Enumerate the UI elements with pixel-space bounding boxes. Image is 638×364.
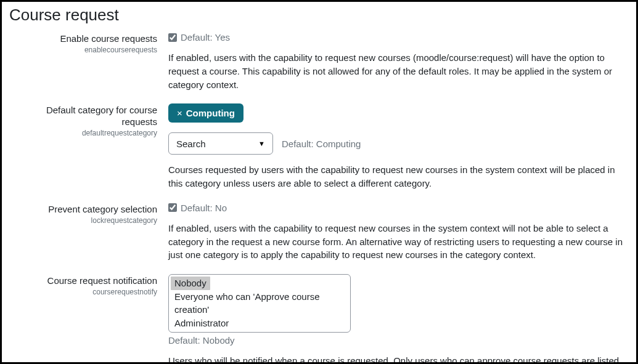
setting-description: Users who will be notified when a course…	[168, 354, 624, 364]
setting-control-col: × Computing Search ▼ Default: Computing …	[168, 103, 629, 200]
tag-label: Computing	[186, 108, 235, 118]
notify-option[interactable]: Administrator	[171, 317, 348, 330]
setting-description: If enabled, users with the capability to…	[168, 222, 624, 262]
setting-label: Default category for course requests	[9, 105, 157, 128]
notify-option[interactable]: Everyone who can 'Approve course creatio…	[171, 290, 348, 317]
setting-control-col: Default: Yes If enabled, users with the …	[168, 32, 629, 101]
setting-description: If enabled, users with the capability to…	[168, 51, 624, 91]
page-title: Course request	[9, 6, 629, 25]
category-search-combobox[interactable]: Search ▼	[168, 132, 273, 155]
setting-control-col: Default: No If enabled, users with the c…	[168, 203, 629, 272]
setting-description: Courses requested by users with the capa…	[168, 163, 624, 190]
setting-label: Enable course requests	[9, 33, 157, 45]
settings-frame: Course request Enable course requests en…	[0, 0, 638, 364]
checkbox-row: Default: Yes	[168, 32, 629, 42]
category-search-row: Search ▼ Default: Computing	[168, 132, 629, 155]
remove-tag-icon[interactable]: ×	[177, 108, 182, 118]
setting-key: defaultrequestcategory	[9, 129, 157, 137]
chevron-down-icon: ▼	[258, 140, 265, 147]
setting-label-col: Enable course requests enablecoursereque…	[9, 32, 168, 101]
default-indicator: Default: Nobody	[168, 335, 629, 346]
setting-label: Course request notification	[9, 275, 157, 287]
enable-course-requests-checkbox[interactable]	[168, 33, 177, 42]
selected-category-tag[interactable]: × Computing	[168, 103, 243, 123]
notify-multiselect[interactable]: Nobody Everyone who can 'Approve course …	[168, 274, 351, 333]
setting-label-col: Prevent category selection lockrequestca…	[9, 203, 168, 272]
setting-label: Prevent category selection	[9, 204, 157, 216]
search-placeholder: Search	[176, 139, 206, 149]
setting-control-col: Nobody Everyone who can 'Approve course …	[168, 274, 629, 364]
default-indicator: Default: Yes	[181, 32, 230, 42]
setting-label-col: Default category for course requests def…	[9, 103, 168, 200]
setting-course-request-notify: Course request notification coursereques…	[9, 274, 629, 364]
setting-key: enablecourserequests	[9, 46, 157, 54]
setting-key: lockrequestcategory	[9, 216, 157, 225]
setting-default-request-category: Default category for course requests def…	[9, 103, 629, 200]
setting-lock-request-category: Prevent category selection lockrequestca…	[9, 203, 629, 272]
checkbox-row: Default: No	[168, 203, 629, 213]
setting-label-col: Course request notification coursereques…	[9, 274, 168, 364]
lock-request-category-checkbox[interactable]	[168, 203, 177, 212]
notify-option[interactable]: Nobody	[171, 277, 210, 290]
default-indicator: Default: No	[181, 203, 227, 213]
default-indicator: Default: Computing	[282, 139, 361, 149]
setting-enable-course-requests: Enable course requests enablecoursereque…	[9, 32, 629, 101]
setting-key: courserequestnotify	[9, 288, 157, 296]
